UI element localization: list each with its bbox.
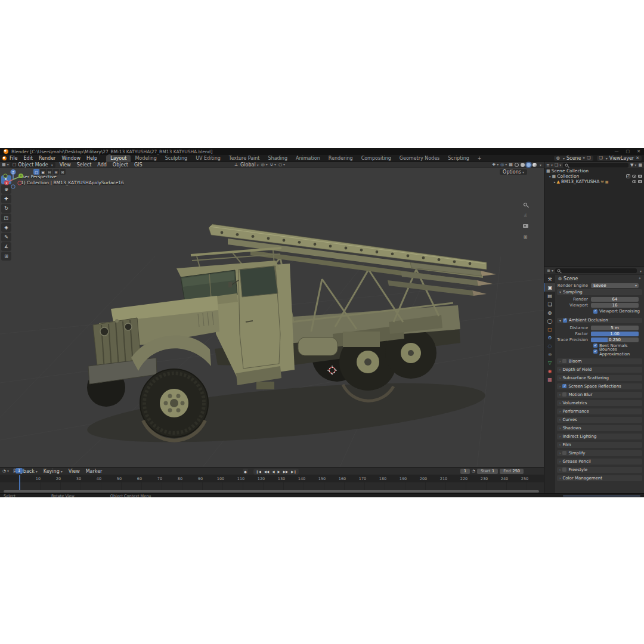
expand-icon[interactable]: ▾ <box>549 175 551 178</box>
workspace-tab[interactable]: Compositing <box>357 155 395 162</box>
viewport-menu-item[interactable]: GIS <box>131 162 145 168</box>
disable-render-camera-icon[interactable] <box>638 175 642 178</box>
viewport-menu-item[interactable]: Select <box>74 162 95 168</box>
ao-trace-precision-slider[interactable]: 0.250 <box>591 338 639 342</box>
properties-tab[interactable]: ⚒ <box>544 275 555 283</box>
collapsed-panel[interactable]: › Film <box>557 442 642 448</box>
properties-tab[interactable]: ▣ <box>544 283 555 292</box>
properties-search[interactable] <box>555 268 637 273</box>
filter-funnel-icon[interactable]: ▼ <box>630 163 636 168</box>
outliner-row-collection[interactable]: ▾ ▦ Collection <box>544 174 644 179</box>
camera-view-icon[interactable] <box>521 222 530 230</box>
workspace-tab[interactable]: Shading <box>264 155 292 162</box>
pin-icon[interactable]: ⌖ <box>583 156 585 160</box>
properties-tab[interactable]: ◯ <box>544 317 555 325</box>
collapsed-panel[interactable]: › Performance <box>557 408 642 414</box>
options-dropdown[interactable]: Options <box>500 169 527 175</box>
collapsed-panel[interactable]: › Motion Blur <box>557 392 642 398</box>
tool-button[interactable]: ✎ <box>1 233 11 242</box>
frame-start-field[interactable]: Start1 <box>477 469 498 474</box>
outliner-filter-icon[interactable]: ❏ <box>555 163 561 168</box>
collapsed-panel[interactable]: › Curves <box>557 417 642 423</box>
properties-tab[interactable]: ▦ <box>544 375 555 383</box>
viewport-denoising-checkbox[interactable] <box>593 309 597 314</box>
close-button[interactable]: ✕ <box>637 149 640 154</box>
proportional-editing-icon[interactable]: ○ <box>278 162 285 167</box>
ao-distance-field[interactable]: 5 m <box>591 326 639 330</box>
pin-icon[interactable]: ⌖ <box>639 276 641 281</box>
workspace-tab[interactable]: Geometry Nodes <box>395 155 444 162</box>
timeline-menu-item[interactable]: Keying <box>41 469 66 474</box>
timeline-tracks[interactable] <box>0 482 544 490</box>
panel-checkbox[interactable] <box>562 451 566 455</box>
viewport-menu-item[interactable]: Add <box>94 162 110 168</box>
workspace-tab[interactable]: Rendering <box>324 155 357 162</box>
hide-eye-icon[interactable] <box>632 175 636 178</box>
playback-button[interactable]: ▶❙ <box>290 469 298 475</box>
remove-view-layer-button[interactable]: ✕ <box>636 156 639 160</box>
properties-tab[interactable]: ❏ <box>544 300 555 308</box>
properties-tab[interactable]: ▤ <box>544 292 555 300</box>
timeline-ruler[interactable]: 1020304050607080901001101201301401501601… <box>0 475 544 482</box>
collapsed-panel[interactable]: › Depth of Field <box>557 367 642 373</box>
auto-key-record-button[interactable]: ● <box>243 469 248 474</box>
playback-button[interactable]: ◀ <box>271 469 275 475</box>
workspace-tab[interactable]: UV Editing <box>191 155 225 162</box>
shading-solid-icon[interactable] <box>521 163 525 167</box>
menu-item[interactable]: Help <box>83 156 100 161</box>
render-engine-dropdown[interactable]: Eevee <box>591 283 639 288</box>
properties-editor-icon[interactable]: ≡ <box>547 268 553 273</box>
bent-normals-checkbox[interactable] <box>593 343 597 348</box>
hide-eye-icon[interactable] <box>632 180 636 183</box>
panel-checkbox[interactable] <box>562 467 566 472</box>
workspace-tab[interactable]: Layout <box>106 155 131 162</box>
playback-button[interactable]: ▶▶ <box>282 469 289 475</box>
collapsed-panel[interactable]: › Simplify <box>557 450 642 456</box>
timeline-menu-item[interactable]: View <box>66 469 83 474</box>
outliner-row-object[interactable]: ▸ ▲ BM13_KATYUSHA ⚒ ▦ <box>544 179 644 184</box>
current-frame-field[interactable]: 1 <box>460 469 470 474</box>
workspace-tab[interactable]: Sculpting <box>161 155 191 162</box>
blender-menu-icon[interactable] <box>2 156 7 160</box>
frame-end-field[interactable]: End250 <box>500 469 524 474</box>
orthographic-toggle-icon[interactable]: ⊞ <box>521 233 530 241</box>
menu-item[interactable]: Render <box>36 156 58 161</box>
collapsed-panel[interactable]: › Bloom <box>557 358 642 364</box>
new-collection-icon[interactable]: ▦ <box>638 163 642 168</box>
menu-item[interactable]: File <box>7 156 20 161</box>
playback-button[interactable]: ▶ <box>277 469 281 475</box>
tool-button[interactable]: ◳ <box>1 213 11 222</box>
collapsed-panel[interactable]: › Shadows <box>557 425 642 431</box>
properties-tab[interactable]: ◌ <box>544 342 555 350</box>
panel-checkbox[interactable] <box>562 359 566 363</box>
workspace-tab[interactable]: Modeling <box>131 155 160 162</box>
menu-item[interactable]: Window <box>58 156 83 161</box>
collection-checkbox[interactable] <box>626 174 630 178</box>
shading-dropdown[interactable] <box>538 162 541 168</box>
panel-checkbox[interactable] <box>562 384 566 388</box>
orientation-dropdown[interactable]: Global <box>240 162 259 168</box>
playback-button[interactable]: ❙◀ <box>255 469 262 475</box>
ambient-occlusion-checkbox[interactable] <box>563 318 567 323</box>
shading-material-preview-icon[interactable] <box>527 163 531 167</box>
workspace-tab[interactable]: Animation <box>292 155 324 162</box>
tool-button[interactable]: ◈ <box>1 223 11 232</box>
bounces-approximation-checkbox[interactable] <box>593 349 597 354</box>
tool-button[interactable]: ↻ <box>1 204 11 213</box>
pivot-point-icon[interactable]: ◎ <box>261 162 268 167</box>
timeline-scrollbar[interactable] <box>4 490 539 493</box>
timeline-menu-item[interactable]: Playback <box>10 469 41 474</box>
new-scene-button[interactable]: ❏ <box>587 156 590 160</box>
timeline-menu-item[interactable]: Marker <box>83 469 106 474</box>
mode-dropdown[interactable]: ▢ Object Mode <box>10 162 55 168</box>
properties-tab[interactable]: ▢ <box>544 325 555 333</box>
show-gizmo-icon[interactable]: ✚ <box>492 162 499 167</box>
collapsed-panel[interactable]: › Screen Space Reflections <box>557 383 642 389</box>
playback-button[interactable]: ◀◀ <box>263 469 270 475</box>
view-layer-selector[interactable]: ❏ ViewLayer ✕ <box>597 156 642 161</box>
current-frame-indicator[interactable]: 1 <box>16 468 23 473</box>
tool-button[interactable]: ∡ <box>1 242 11 251</box>
ao-factor-slider[interactable]: 1.00 <box>591 332 639 336</box>
outliner-search[interactable] <box>563 163 628 168</box>
properties-options-icon[interactable] <box>639 268 642 274</box>
